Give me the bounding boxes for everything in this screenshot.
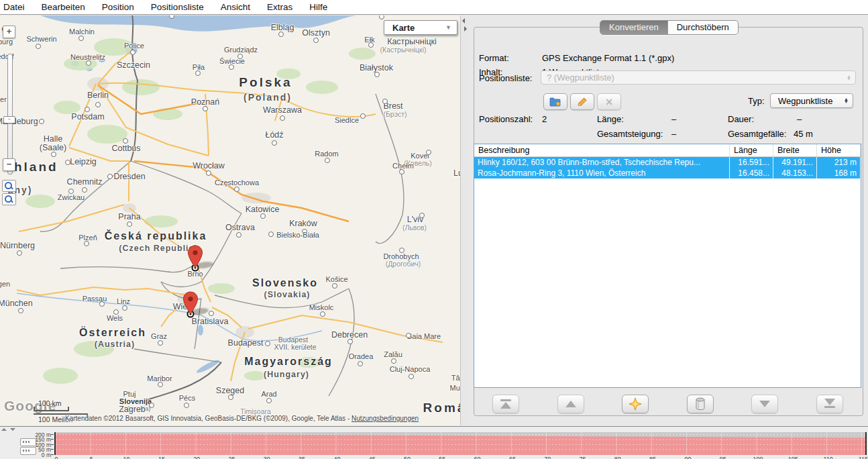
tick-mark: [51, 434, 54, 435]
waypoint-pin-icon[interactable]: [182, 291, 199, 317]
map-label: Wels: [107, 314, 123, 322]
menu-item-hilfe[interactable]: Hilfe: [309, 2, 327, 12]
map-zoom-out-button[interactable]: −: [3, 158, 15, 171]
move-up-button[interactable]: [557, 395, 584, 413]
position-actions-row: [474, 393, 862, 415]
column-header-höhe[interactable]: Höhe: [817, 144, 861, 156]
tab-bar: KonvertierenDurchstöbern: [600, 20, 739, 35]
table-cell[interactable]: 16.458...: [730, 168, 773, 178]
tab-konvertieren[interactable]: Konvertieren: [600, 21, 667, 34]
city-dot-icon: [130, 50, 135, 55]
panel-collapse-icon[interactable]: [10, 428, 15, 431]
map-unzoom-select-button[interactable]: [2, 193, 16, 205]
delete-positionlist-button[interactable]: ✕: [597, 93, 621, 110]
map-label: Wrocław: [193, 161, 225, 170]
rename-positionlist-button[interactable]: [570, 93, 594, 110]
profile-x-tick: 50: [404, 456, 411, 459]
map-label: Česká republika: [105, 230, 207, 242]
bar-icon: [824, 406, 835, 408]
tab-durchstöbern[interactable]: Durchstöbern: [667, 21, 738, 34]
waypoint-table-header[interactable]: BeschreibungLängeBreiteHöhe: [474, 144, 861, 157]
map-label: Lu: [453, 168, 460, 178]
table-cell[interactable]: Hlinky 160/12, 603 00 Brünn-Brno-střed, …: [474, 157, 730, 168]
add-position-button[interactable]: [622, 395, 649, 413]
new-positionlist-button[interactable]: [543, 93, 567, 110]
map-label: Poznań: [191, 97, 219, 107]
city-dot-icon: [65, 160, 70, 165]
city-dot-icon: [265, 341, 270, 346]
profile-y-tick: 0 m: [23, 452, 51, 458]
move-to-top-button[interactable]: [492, 395, 519, 413]
profile-x-tick: 75: [579, 456, 586, 459]
positionszahl-label: Positionszahl:: [479, 114, 533, 124]
column-header-länge[interactable]: Länge: [730, 144, 773, 156]
city-dot-icon: [268, 232, 274, 237]
map-label: Berlin: [87, 91, 109, 100]
city-dot-icon: [278, 32, 284, 37]
map-panel-splitter[interactable]: [460, 15, 469, 425]
map-zoom-slider-handle[interactable]: −: [3, 116, 15, 123]
waypoint-pin-icon[interactable]: [186, 245, 204, 271]
gesamtgefaelle-label: Gesamtgefälle:: [728, 129, 786, 139]
waypoint-table[interactable]: BeschreibungLängeBreiteHöhe Hlinky 160/1…: [474, 144, 861, 388]
map-label: Plzeň: [78, 234, 97, 242]
positionsliste-dropdown[interactable]: ? (Wegpunktliste) ▲▼: [541, 70, 856, 85]
map-label: Miskolc: [309, 303, 334, 311]
profile-x-tick: 55: [439, 456, 445, 459]
map-zoom-select-button[interactable]: [2, 180, 16, 192]
dauer-label: Dauer:: [728, 114, 754, 124]
attribution-terms-link[interactable]: Nutzungsbedingungen: [351, 415, 419, 422]
map-label: Praha: [118, 212, 140, 221]
menu-item-ansicht[interactable]: Ansicht: [221, 2, 250, 12]
city-dot-icon: [51, 152, 56, 157]
menu-item-positionsliste[interactable]: Positionsliste: [151, 2, 204, 12]
map-canvas[interactable]: Polska(Poland)Česká republika(Czech Repu…: [0, 15, 460, 425]
move-to-bottom-button[interactable]: [816, 395, 843, 413]
city-dot-icon: [78, 36, 84, 41]
column-header-beschreibung[interactable]: Beschreibung: [474, 144, 730, 156]
map-label: Radom: [315, 150, 338, 158]
menu-item-position[interactable]: Position: [102, 2, 134, 12]
city-dot-icon: [39, 119, 44, 124]
profile-plot[interactable]: [54, 432, 867, 455]
profile-x-tick: 30: [264, 456, 270, 459]
menu-item-extras[interactable]: Extras: [267, 2, 292, 12]
waypoint-table-body[interactable]: Hlinky 160/12, 603 00 Brünn-Brno-střed, …: [474, 157, 861, 178]
table-cell[interactable]: 48.153...: [773, 168, 817, 178]
column-header-breite[interactable]: Breite: [773, 144, 817, 156]
scale-km-label: 100 km: [38, 399, 61, 407]
typ-dropdown[interactable]: Wegpunktliste ▲▼: [770, 93, 853, 108]
delete-position-button[interactable]: [687, 395, 714, 413]
map-label: Łódź: [265, 130, 283, 140]
profile-x-tick: 80: [614, 456, 621, 459]
laenge-label: Länge:: [597, 114, 624, 124]
map-label: Debrecen: [331, 330, 368, 340]
city-dot-icon: [99, 301, 105, 307]
format-value: GPS Exchange Format 1.1 (*.gpx): [542, 53, 674, 63]
menu-item-bearbeiten[interactable]: Bearbeiten: [42, 2, 85, 12]
table-row[interactable]: Hlinky 160/12, 603 00 Brünn-Brno-střed, …: [474, 157, 861, 168]
map-type-dropdown[interactable]: Karte ▼: [384, 20, 457, 35]
map-label: Bielsko-Biała: [276, 231, 319, 239]
table-cell[interactable]: 168 m: [817, 168, 861, 178]
map-label: Linz: [117, 297, 130, 305]
map-label: Zalău: [384, 350, 402, 358]
table-cell[interactable]: 213 m: [817, 157, 861, 168]
table-row[interactable]: Rosa-Jochmann-Ring 3, 1110 Wien, Österre…: [474, 168, 861, 178]
profile-x-tick: 115: [859, 456, 868, 459]
city-dot-icon: [234, 187, 239, 192]
bar-icon: [500, 399, 511, 401]
table-cell[interactable]: 49.191...: [773, 157, 817, 168]
table-cell[interactable]: Rosa-Jochmann-Ring 3, 1110 Wien, Österre…: [474, 168, 730, 178]
splitter-collapse-left-icon[interactable]: [462, 18, 465, 23]
format-label: Format:: [479, 53, 509, 63]
splitter-collapse-right-icon[interactable]: [464, 26, 467, 32]
map-zoom-in-button[interactable]: +: [3, 26, 15, 38]
move-down-button[interactable]: [751, 395, 778, 413]
map-zoom-slider[interactable]: [7, 54, 13, 174]
map-label: Cluj-Napoca: [390, 365, 431, 373]
profile-x-tick: 40: [333, 456, 340, 459]
menu-item-datei[interactable]: Datei: [3, 2, 25, 12]
panel-expand-icon[interactable]: [1, 428, 7, 431]
table-cell[interactable]: 16.591...: [730, 157, 773, 168]
